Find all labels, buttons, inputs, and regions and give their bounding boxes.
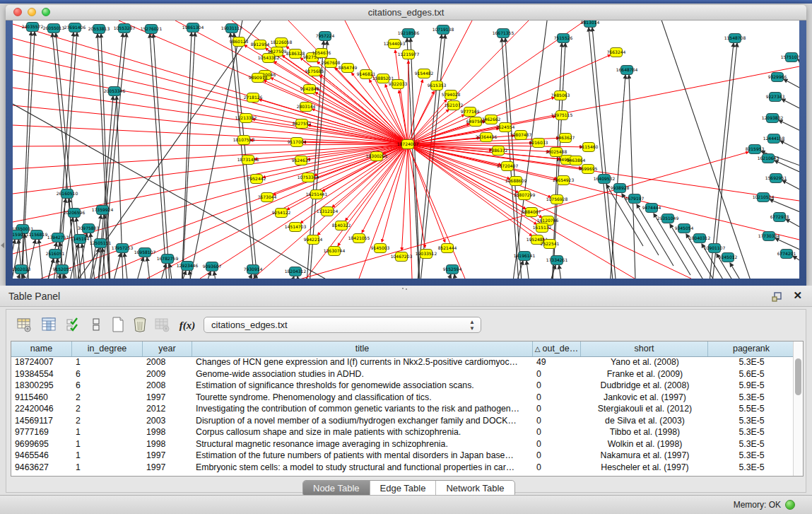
cell-short[interactable]: Hescheler et al. (1997) (581, 462, 708, 474)
tab-node-table[interactable]: Node Table (303, 481, 370, 496)
citation-edge-black[interactable] (180, 33, 192, 279)
column-header-name[interactable]: name (11, 341, 72, 356)
cell-out_de[interactable]: 0 (533, 380, 581, 392)
cell-in_degree[interactable]: 6 (72, 380, 143, 392)
citation-edge-red[interactable] (13, 144, 408, 194)
cell-name[interactable]: 22420046 (11, 403, 72, 415)
cell-name[interactable]: 9699695 (11, 438, 72, 450)
table-row[interactable]: 2242004622012Investigating the contribut… (11, 403, 793, 415)
citation-edge-red[interactable] (408, 144, 551, 197)
column-header-out_de[interactable]: △out_de… (533, 341, 581, 356)
citation-edge-red[interactable] (13, 144, 408, 169)
cell-pagerank[interactable]: 5.3E-5 (708, 450, 793, 462)
delete-table-icon[interactable] (153, 316, 171, 334)
citation-edge-black[interactable] (786, 219, 799, 245)
cell-pagerank[interactable]: 5.3E-5 (708, 426, 793, 438)
column-header-year[interactable]: year (143, 341, 192, 356)
citation-edge-black[interactable] (433, 274, 451, 279)
cell-short[interactable]: Yano et al. (2008) (581, 356, 708, 368)
citation-edge-red[interactable] (317, 144, 408, 235)
cell-short[interactable]: Franke et al. (2009) (581, 368, 708, 380)
cell-out_de[interactable]: 0 (533, 403, 581, 415)
cell-name[interactable]: 14569117 (11, 415, 72, 427)
cell-name[interactable]: 9115460 (11, 392, 72, 404)
cell-title[interactable]: Investigating the contribution of common… (192, 403, 533, 415)
cell-year[interactable]: 1997 (143, 392, 192, 404)
cell-in_degree[interactable]: 2 (72, 392, 143, 404)
cell-short[interactable]: de Silva et al. (2003) (581, 415, 708, 427)
select-columns-icon[interactable] (64, 316, 83, 334)
cell-short[interactable]: Tibbo et al. (1998) (581, 426, 708, 438)
cell-title[interactable]: Tourette syndrome. Phenomenology and cla… (192, 392, 533, 404)
cell-out_de[interactable]: 0 (533, 462, 581, 474)
citation-edge-red[interactable] (408, 66, 799, 144)
citation-edge-black[interactable] (125, 257, 143, 279)
citation-edge-black[interactable] (589, 28, 617, 279)
column-header-short[interactable]: short (581, 341, 708, 356)
cell-year[interactable]: 1998 (143, 426, 192, 438)
cell-name[interactable]: 19384554 (11, 368, 72, 380)
table-selector-dropdown[interactable]: citations_edges.txt ▲▼ (204, 317, 481, 333)
cell-short[interactable]: Wolkin et al. (1998) (581, 438, 708, 450)
citation-edge-black[interactable] (148, 264, 166, 279)
citation-edge-black[interactable] (559, 265, 567, 279)
column-header-in_degree[interactable]: in_degree (72, 341, 143, 356)
cell-year[interactable]: 2008 (143, 380, 192, 392)
cell-in_degree[interactable]: 2 (72, 403, 143, 415)
cell-year[interactable]: 1997 (143, 450, 192, 462)
citation-edge-black[interactable] (124, 253, 132, 279)
cell-pagerank[interactable]: 5.3E-5 (708, 356, 793, 368)
citation-edge-red[interactable] (119, 21, 408, 144)
cell-title[interactable]: Corpus callosum shape and size in male p… (192, 426, 533, 438)
cell-title[interactable]: Estimation of the future numbers of pati… (192, 450, 533, 462)
citation-edge-black[interactable] (592, 28, 620, 279)
table-row[interactable]: 977716911998Corpus callosum shape and si… (11, 426, 793, 438)
float-panel-icon[interactable] (771, 290, 782, 301)
cell-title[interactable]: Structural magnetic resonance image aver… (192, 438, 533, 450)
citation-edge-black[interactable] (214, 271, 222, 279)
cell-pagerank[interactable]: 5.6E-5 (708, 368, 793, 380)
panel-collapse-arrow-icon[interactable] (1, 243, 4, 248)
citation-edge-red[interactable] (13, 144, 408, 146)
citation-edge-red[interactable] (402, 144, 408, 250)
table-row[interactable]: 946362711997Embryonic stem cells: a mode… (11, 462, 793, 474)
table-row[interactable]: 946554611997Estimation of the future num… (11, 450, 793, 462)
cell-year[interactable]: 2012 (143, 403, 192, 415)
function-builder-icon[interactable]: f(x) (178, 316, 196, 334)
tab-network-table[interactable]: Network Table (436, 481, 514, 496)
citation-edge-black[interactable] (454, 274, 462, 279)
column-header-title[interactable]: title (192, 341, 533, 356)
citation-edge-black[interactable] (782, 180, 799, 206)
cell-title[interactable]: Changes of HCN gene expression and I(f) … (192, 356, 533, 368)
table-row[interactable]: 1872400712008Changes of HCN gene express… (11, 356, 793, 368)
citation-edge-black[interactable] (255, 274, 263, 279)
cell-name[interactable]: 18724007 (11, 356, 72, 368)
vertical-scrollbar[interactable] (793, 341, 803, 476)
cell-out_de[interactable]: 0 (533, 368, 581, 380)
citation-edge-black[interactable] (779, 120, 799, 146)
network-window-titlebar[interactable]: citations_edges.txt (6, 5, 806, 21)
cell-year[interactable]: 2009 (143, 368, 192, 380)
show-columns-icon[interactable] (40, 316, 58, 334)
cell-short[interactable]: Stergiakouli et al. (2012) (581, 403, 708, 415)
cell-in_degree[interactable]: 1 (72, 356, 143, 368)
row-height-icon[interactable] (87, 316, 105, 334)
cell-short[interactable]: Dudbridge et al. (2008) (581, 380, 708, 392)
cell-pagerank[interactable]: 5.9E-5 (708, 380, 793, 392)
new-column-icon[interactable] (109, 316, 127, 334)
table-row[interactable]: 911546021997Tourette syndrome. Phenomeno… (11, 392, 793, 404)
cell-year[interactable]: 2003 (143, 415, 192, 427)
cell-pagerank[interactable]: 5.3E-5 (708, 462, 793, 474)
table-row[interactable]: 1830029562008Estimation of significance … (11, 380, 793, 392)
cell-in_degree[interactable]: 2 (72, 415, 143, 427)
citation-edge-red[interactable] (408, 91, 434, 144)
cell-name[interactable]: 9777169 (11, 426, 72, 438)
table-row[interactable]: 1938455462009Genome-wide association stu… (11, 368, 793, 380)
citation-edge-red[interactable] (264, 81, 408, 144)
cell-title[interactable]: Embryonic stem cells: a model to study s… (192, 462, 533, 474)
cell-in_degree[interactable]: 1 (72, 426, 143, 438)
citation-edge-red[interactable] (408, 80, 423, 144)
cell-pagerank[interactable]: 5.5E-5 (708, 403, 793, 415)
citation-network-graph[interactable]: 9860123891295418226058942750981863281054… (13, 21, 799, 279)
cell-out_de[interactable]: 0 (533, 438, 581, 450)
